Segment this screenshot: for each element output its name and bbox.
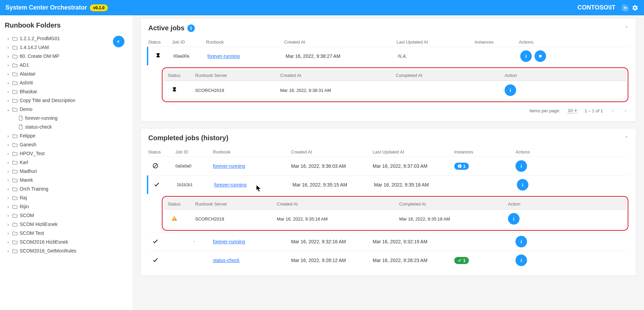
chevron-right-icon[interactable]: ›	[5, 186, 11, 192]
completed-job-row[interactable]: 0a0a0a0 forever-running Mar 16, 2022, 9:…	[148, 157, 628, 175]
job-id: 1b1b1b1	[177, 182, 214, 187]
completed-job-row[interactable]: status-check Mar 16, 2022, 9:28:12 AM Ma…	[148, 251, 628, 270]
folder-icon	[12, 98, 18, 103]
chevron-right-icon[interactable]: ›	[5, 54, 11, 59]
folder-tree[interactable]: ›1.2.1.2_ProdMG01›1.4.14.2 UAM›60. Creat…	[0, 33, 133, 307]
chevron-right-icon[interactable]: ›	[5, 160, 11, 165]
sidebar-item[interactable]: ›SCOM HizliEsnek	[3, 220, 133, 229]
instance-pill[interactable]: 1	[454, 257, 469, 264]
chevron-right-icon[interactable]: ›	[5, 240, 11, 245]
folder-label: 60. Create OM MP	[20, 53, 60, 59]
folder-label: 1.2.1.2_ProdMG01	[20, 36, 60, 41]
folder-label: Alastair	[20, 71, 36, 77]
sidebar-file[interactable]: forever-running	[3, 114, 133, 123]
instance-pill[interactable]: 1	[454, 163, 469, 170]
sidebar-item[interactable]: ›SCOM2016 HizliEsnek	[3, 238, 133, 246]
sidebar-item[interactable]: ›Ganesh	[3, 140, 133, 149]
active-job-row[interactable]: 00aa00a forever-running Mar 16, 2022, 9:…	[147, 47, 628, 65]
folder-icon	[12, 71, 18, 76]
chevron-right-icon[interactable]: ›	[5, 178, 11, 183]
svg-rect-3	[539, 55, 542, 58]
stop-button[interactable]	[535, 50, 546, 62]
ncol-status: Status	[168, 73, 195, 78]
sidebar-item[interactable]: ›SCOM	[3, 211, 133, 220]
prev-page-button[interactable]: ‹	[610, 108, 615, 114]
info-button[interactable]	[515, 160, 527, 172]
sidebar-item[interactable]: ›SCOM Test	[3, 229, 133, 238]
folder-icon	[12, 248, 18, 253]
sidebar-item[interactable]: ›60. Create OM MP	[3, 52, 133, 61]
chevron-right-icon[interactable]: ›	[5, 213, 11, 218]
chevron-right-icon[interactable]: ›	[5, 248, 11, 254]
active-jobs-panel: Active jobs 1 ⌃ Status Job ID Runbook Cr…	[141, 19, 636, 121]
folder-label: Orch Training	[20, 186, 48, 192]
nested-row[interactable]: SCORCH2019 Mar 16, 2022, 9:35:18 AM Mar …	[164, 209, 626, 228]
runbook-link[interactable]: forever-running	[213, 163, 291, 169]
sidebar-file[interactable]: status-check	[3, 123, 133, 131]
sidebar-item[interactable]: ›Felippe	[3, 131, 133, 140]
chevron-right-icon[interactable]: ›	[5, 80, 11, 85]
runbook-link[interactable]: status-check	[213, 258, 291, 263]
chevron-right-icon[interactable]: ›	[5, 142, 11, 147]
ncol-created: Created At	[277, 201, 399, 207]
chevron-right-icon[interactable]: ›	[5, 169, 11, 174]
chevron-right-icon[interactable]: ›	[5, 231, 11, 236]
chevron-right-icon[interactable]: ›	[5, 195, 11, 200]
sidebar-item[interactable]: ⌄Demo	[3, 105, 133, 114]
chevron-right-icon[interactable]: ›	[5, 36, 11, 41]
runbook-link[interactable]: forever-running	[207, 53, 286, 59]
sidebar-item[interactable]: ›Raj	[3, 193, 133, 202]
chevron-right-icon[interactable]: ›	[5, 63, 11, 68]
collapse-panel-icon[interactable]: ⌃	[625, 135, 628, 141]
settings-icon[interactable]	[622, 4, 629, 12]
sidebar-item[interactable]: ›Ashriti	[3, 78, 133, 87]
chevron-down-icon[interactable]: ⌄	[5, 107, 11, 112]
sidebar-item[interactable]: ›Rijin	[3, 202, 133, 211]
chevron-right-icon[interactable]: ›	[5, 71, 11, 77]
sidebar-item[interactable]: ›SCOM2016_GetMonRules	[3, 246, 133, 255]
svg-point-13	[522, 183, 523, 184]
info-button[interactable]	[515, 255, 527, 266]
collapse-panel-icon[interactable]: ⌃	[625, 26, 628, 31]
sidebar-item[interactable]: ›Karl	[3, 158, 133, 167]
sidebar-item[interactable]: ›Madhuri	[3, 167, 133, 176]
nested-row[interactable]: SCORCH2019 Mar 16, 2022, 9:38:31 AM	[164, 81, 626, 99]
job-id: 00aa00a	[173, 54, 207, 59]
folder-label: Raj	[20, 195, 27, 200]
sidebar-item[interactable]: ›Copy Title and Description	[3, 96, 133, 105]
chevron-right-icon[interactable]: ›	[5, 45, 11, 50]
page-size-select[interactable]: 10 ▾	[567, 108, 578, 113]
info-button[interactable]	[517, 179, 528, 191]
info-button[interactable]	[515, 236, 527, 247]
folder-icon	[12, 240, 18, 244]
col-updated: Last Updated At	[373, 149, 454, 154]
info-button[interactable]	[505, 84, 516, 96]
sidebar-item[interactable]: ›Orch Training	[3, 184, 133, 193]
col-instances: Instances	[475, 39, 519, 45]
svg-point-17	[513, 217, 514, 218]
check-icon	[148, 238, 175, 245]
next-page-button[interactable]: ›	[623, 108, 628, 114]
completed-job-row[interactable]: · forever-running Mar 16, 2022, 9:32:16 …	[148, 232, 628, 251]
cancel-icon	[148, 163, 175, 170]
chevron-right-icon[interactable]: ›	[5, 89, 11, 94]
chevron-right-icon[interactable]: ›	[5, 204, 11, 209]
sidebar-item[interactable]: ›AD1	[3, 61, 133, 69]
col-actions: Actions	[515, 149, 583, 154]
runbook-link[interactable]: forever-running	[214, 182, 292, 187]
info-button[interactable]	[520, 50, 532, 62]
info-button[interactable]	[508, 213, 520, 225]
runbook-link[interactable]: forever-running	[213, 239, 291, 244]
sidebar-item[interactable]: ›Bhaskar	[3, 87, 133, 96]
collapse-sidebar-button[interactable]	[113, 36, 124, 47]
created-at: Mar 16, 2022, 9:28:12 AM	[291, 258, 373, 263]
chevron-right-icon[interactable]: ›	[5, 98, 11, 103]
sidebar-item[interactable]: ›HPOV_Test	[3, 149, 133, 158]
gear-icon[interactable]	[631, 4, 639, 12]
sidebar-item[interactable]: ›Marek	[3, 176, 133, 184]
chevron-right-icon[interactable]: ›	[5, 133, 11, 138]
chevron-right-icon[interactable]: ›	[5, 151, 11, 156]
completed-job-row[interactable]: 1b1b1b1 forever-running Mar 16, 2022, 9:…	[147, 175, 628, 194]
sidebar-item[interactable]: ›Alastair	[3, 69, 133, 78]
chevron-right-icon[interactable]: ›	[5, 222, 11, 227]
